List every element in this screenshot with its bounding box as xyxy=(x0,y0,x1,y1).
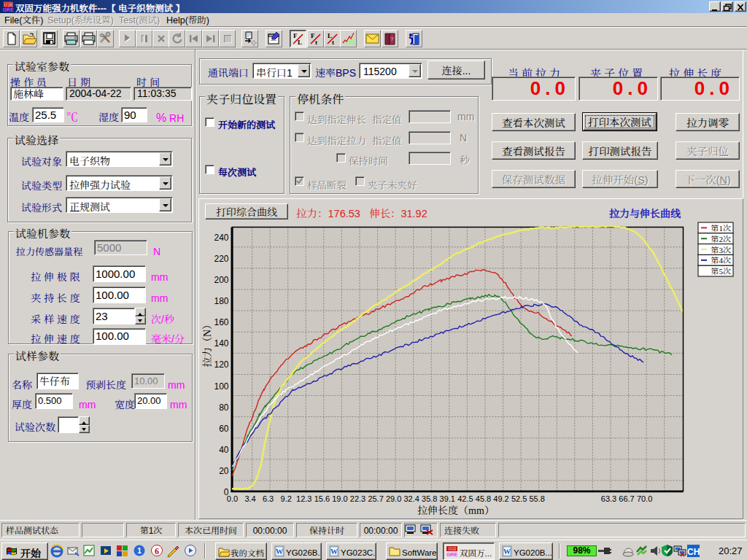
svg-text:第5次: 第5次 xyxy=(711,265,732,276)
svg-text:22.3: 22.3 xyxy=(350,494,365,503)
svg-text:12.3: 12.3 xyxy=(296,494,311,503)
svg-text:拉伸长度（mm）: 拉伸长度（mm） xyxy=(417,502,495,517)
svg-text:180: 180 xyxy=(214,296,228,306)
svg-text:3.4: 3.4 xyxy=(244,494,255,503)
svg-text:63.3: 63.3 xyxy=(601,494,616,503)
svg-text:19.0: 19.0 xyxy=(332,494,347,503)
svg-text:66.7: 66.7 xyxy=(619,494,634,503)
svg-text:L: L xyxy=(298,39,302,46)
svg-text:220: 220 xyxy=(214,254,228,264)
svg-text:160: 160 xyxy=(214,317,228,327)
svg-text:0.0: 0.0 xyxy=(227,494,238,503)
svg-text:140: 140 xyxy=(214,338,228,349)
svg-text:第3次: 第3次 xyxy=(711,244,732,255)
svg-text:6: 6 xyxy=(155,546,159,556)
svg-text:25.7: 25.7 xyxy=(368,494,383,503)
svg-text:第2次: 第2次 xyxy=(711,233,732,244)
svg-text:200: 200 xyxy=(214,275,228,285)
svg-text:70.0: 70.0 xyxy=(637,494,652,503)
svg-text:1: 1 xyxy=(137,547,142,555)
svg-text:W: W xyxy=(503,548,511,556)
svg-text:拉力（N）: 拉力（N） xyxy=(199,319,214,368)
svg-text:40: 40 xyxy=(219,445,229,455)
svg-text:W: W xyxy=(330,548,338,556)
svg-text:GRE: GRE xyxy=(2,7,14,12)
svg-text:52.5: 52.5 xyxy=(511,494,527,503)
svg-text:GRE: GRE xyxy=(446,552,457,557)
svg-text:120: 120 xyxy=(214,359,228,370)
svg-text:29.0: 29.0 xyxy=(386,494,401,503)
svg-text:20: 20 xyxy=(219,466,229,476)
svg-text:15.6: 15.6 xyxy=(314,494,330,503)
svg-text:80: 80 xyxy=(219,402,229,413)
svg-text:第1次: 第1次 xyxy=(711,222,732,233)
svg-text:?: ? xyxy=(390,36,394,42)
svg-text:60: 60 xyxy=(219,424,229,434)
svg-text:双固: 双固 xyxy=(447,546,456,552)
svg-text:W: W xyxy=(276,548,283,556)
svg-text:100: 100 xyxy=(214,381,228,392)
svg-text:6.3: 6.3 xyxy=(263,494,274,503)
svg-text:49.2: 49.2 xyxy=(493,494,508,503)
svg-text:第4次: 第4次 xyxy=(711,254,732,265)
svg-text:55.8: 55.8 xyxy=(529,494,544,503)
svg-text:240: 240 xyxy=(214,233,228,243)
svg-text:9.2: 9.2 xyxy=(281,494,292,503)
